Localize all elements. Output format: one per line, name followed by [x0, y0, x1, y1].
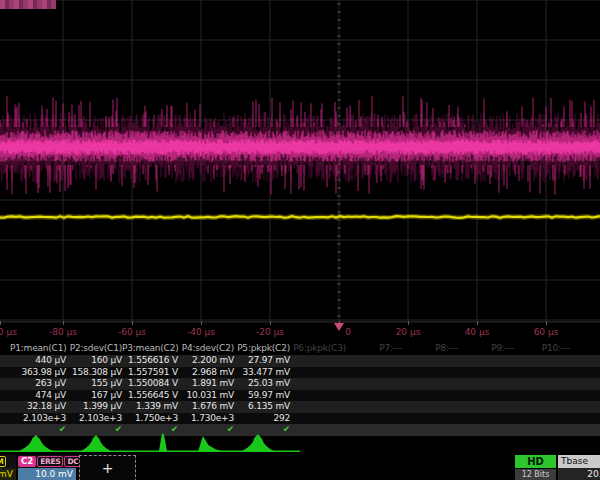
measure-max-p5: 59.97 mV: [234, 390, 290, 402]
axis-tick: [477, 321, 478, 325]
axis-tick: [546, 321, 547, 325]
measure-mean-p3: 1.557591 V: [122, 367, 178, 379]
measure-value-p3: 1.556616 V: [122, 355, 178, 367]
measure-num-p2: 2.103e+3: [66, 413, 122, 425]
measure-row-value: 440 µV160 µV1.556616 V2.200 mV27.97 mV: [0, 355, 600, 367]
axis-label-0: -100 µs: [0, 327, 17, 337]
timebase-value: 20.0 µ: [558, 468, 600, 480]
timebase-descriptor[interactable]: Tbase 20.0 µ: [558, 455, 600, 480]
measure-header-p3[interactable]: P3:mean(C2): [122, 342, 178, 355]
axis-label-7: 40 µs: [465, 327, 490, 337]
axis-label-1: -80 µs: [49, 327, 77, 337]
measure-max-p4: 10.031 mV: [178, 390, 234, 402]
measure-min-p5: 25.03 mV: [234, 378, 290, 390]
measure-sdev-p5: 6.135 mV: [234, 401, 290, 413]
axis-label-3: -40 µs: [187, 327, 215, 337]
measure-num-p1: 2.103e+3: [10, 413, 66, 425]
measure-num-p5: 292: [234, 413, 290, 425]
axis-tick: [132, 321, 133, 325]
measure-header-p7[interactable]: P7:---: [346, 342, 402, 355]
c2-scale: 10.0 mV: [18, 468, 76, 480]
measure-row-max: 474 µV167 µV1.556645 V10.031 mV59.97 mV: [0, 390, 600, 402]
measure-mean-p4: 2.968 mV: [178, 367, 234, 379]
oscilloscope-screen: -100 µs-80 µs-60 µs-40 µs-20 µs020 µs40 …: [0, 0, 600, 480]
axis-label-4: -20 µs: [256, 327, 284, 337]
c1-scale: 10.0 mV: [0, 468, 16, 480]
waveform-display[interactable]: [0, 0, 600, 342]
measure-header-p4[interactable]: P4:sdev(C2): [178, 342, 234, 355]
axis-tick: [270, 321, 271, 325]
histicon-p5[interactable]: [242, 434, 274, 451]
axis-tick: [63, 321, 64, 325]
measure-value-p2: 160 µV: [66, 355, 122, 367]
axis-label-8: 60 µs: [534, 327, 559, 337]
axis-tick: [408, 321, 409, 325]
axis-label-6: 20 µs: [396, 327, 421, 337]
measure-value-p1: 440 µV: [10, 355, 66, 367]
c2-label: C2: [18, 456, 36, 467]
bits-label: 12 Bits: [515, 469, 556, 480]
time-axis: -100 µs-80 µs-60 µs-40 µs-20 µs020 µs40 …: [0, 321, 600, 341]
measure-row-mean: 363.98 µV158.308 µV1.557591 V2.968 mV33.…: [0, 367, 600, 379]
measure-max-p3: 1.556645 V: [122, 390, 178, 402]
measure-sdev-p3: 1.339 mV: [122, 401, 178, 413]
measurement-table: P1:mean(C1)P2:sdev(C1)P3:mean(C2)P4:sdev…: [0, 342, 600, 436]
trigger-position-marker[interactable]: [334, 323, 344, 331]
measure-mean-p5: 33.477 mV: [234, 367, 290, 379]
measure-sdev-p4: 1.676 mV: [178, 401, 234, 413]
axis-tick: [0, 321, 1, 325]
cropped-ui-fragment: [0, 0, 56, 9]
measure-row-num: 2.103e+32.103e+31.750e+31.730e+3292: [0, 413, 600, 425]
measure-header-p6[interactable]: P6:pkpk(C3): [290, 342, 346, 355]
hd-mode-badge[interactable]: HD 12 Bits: [515, 455, 556, 480]
c1-coupling-badge: DC1M: [0, 456, 6, 467]
histicon-p2[interactable]: [81, 435, 111, 451]
measure-sdev-p1: 32.18 µV: [10, 401, 66, 413]
measure-sdev-p2: 1.399 µV: [66, 401, 122, 413]
add-trace-button[interactable]: +: [79, 455, 136, 480]
histicon-p4[interactable]: [198, 436, 221, 451]
measure-header-p8[interactable]: P8:---: [402, 342, 458, 355]
measure-value-p5: 27.97 mV: [234, 355, 290, 367]
axis-tick: [201, 321, 202, 325]
measure-min-p1: 263 µV: [10, 378, 66, 390]
measure-header-p5[interactable]: P5:pkpk(C2): [234, 342, 290, 355]
c2-eres-badge: ERES: [37, 456, 63, 467]
measure-header-p2[interactable]: P2:sdev(C1): [66, 342, 122, 355]
histicon-p3[interactable]: [159, 433, 167, 451]
hd-label: HD: [515, 455, 556, 468]
measure-row-sdev: 32.18 µV1.399 µV1.339 mV1.676 mV6.135 mV: [0, 401, 600, 413]
measure-min-p2: 155 µV: [66, 378, 122, 390]
measure-max-p2: 167 µV: [66, 390, 122, 402]
timebase-title: Tbase: [558, 455, 600, 468]
measure-mean-p1: 363.98 µV: [10, 367, 66, 379]
measure-num-p3: 1.750e+3: [122, 413, 178, 425]
histicon-strip[interactable]: [0, 433, 300, 453]
measure-min-p3: 1.550084 V: [122, 378, 178, 390]
measure-value-p4: 2.200 mV: [178, 355, 234, 367]
channel-c1-descriptor[interactable]: C1 DC1M 10.0 mV: [0, 455, 16, 480]
axis-label-5: 0: [345, 327, 351, 337]
measure-header-p9[interactable]: P9:---: [458, 342, 514, 355]
measure-header-p10[interactable]: P10:---: [514, 342, 570, 355]
channel-c2-descriptor[interactable]: C2 ERES DC1M 10.0 mV: [18, 455, 76, 480]
measure-header-p1[interactable]: P1:mean(C1): [10, 342, 66, 355]
measure-num-p4: 1.730e+3: [178, 413, 234, 425]
histicon-p1[interactable]: [19, 435, 53, 451]
measure-min-p4: 1.891 mV: [178, 378, 234, 390]
axis-label-2: -60 µs: [118, 327, 146, 337]
measure-mean-p2: 158.308 µV: [66, 367, 122, 379]
measure-max-p1: 474 µV: [10, 390, 66, 402]
measure-row-min: 263 µV155 µV1.550084 V1.891 mV25.03 mV: [0, 378, 600, 390]
